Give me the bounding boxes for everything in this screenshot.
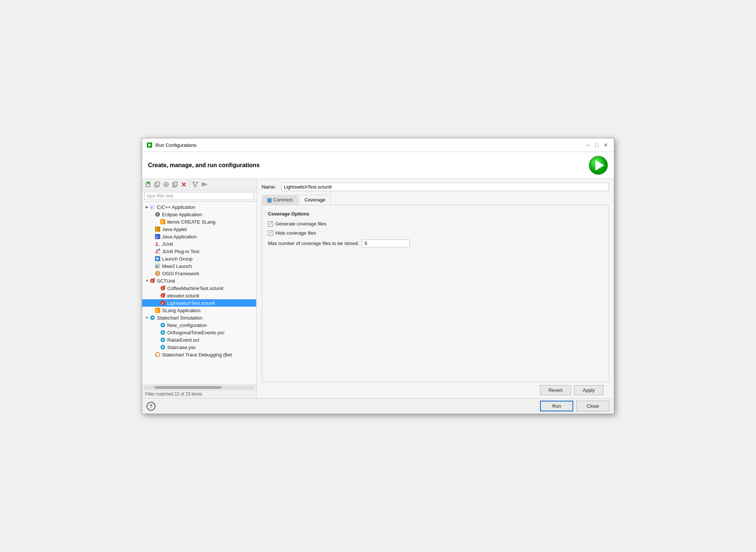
tree-item-mwe2[interactable]: ▶ M Mwe2 Launch <box>142 262 256 270</box>
tree-item-launch-group[interactable]: ▶ Launch Group <box>142 255 256 262</box>
max-coverage-input[interactable] <box>362 239 410 247</box>
svg-rect-21 <box>202 185 205 186</box>
max-coverage-row: Max number of coverage files to be store… <box>268 239 602 247</box>
tree-item-slang[interactable]: ▶ S SLang Application <box>142 307 256 314</box>
run-configurations-dialog: Run Configurations ─ □ ✕ Create, manage,… <box>142 138 614 414</box>
expand-cpp[interactable]: ▶ <box>144 205 150 209</box>
tree-item-ortho[interactable]: ▶ OrthogonalTimeEvents.ysc <box>142 329 256 336</box>
new-proto-button[interactable] <box>162 180 170 189</box>
tree-item-lightswitch[interactable]: ▶ S LightswitchTest.sctunit <box>142 299 256 307</box>
sctunit-label: SCTUnit <box>157 278 175 284</box>
ortho-label: OrthogonalTimeEvents.ysc <box>167 330 225 335</box>
tree-item-coffee[interactable]: ▶ S CoffeeMachineTest.sctunit <box>142 284 256 292</box>
tree-item-raise[interactable]: ▶ RaiseEvent.sct <box>142 336 256 344</box>
tree-item-new-config[interactable]: ▶ New_configuration <box>142 321 256 329</box>
hide-coverage-checkbox[interactable] <box>268 231 273 236</box>
name-input[interactable] <box>281 183 609 191</box>
tab-coverage[interactable]: Coverage <box>299 195 331 205</box>
trace-label: Statechart Trace Debugging (Bet <box>162 352 232 358</box>
filter-input[interactable] <box>144 192 254 200</box>
tree-item-itemis[interactable]: ▶ S itemis CREATE SLang <box>142 218 256 225</box>
svg-text:S: S <box>161 301 164 305</box>
help-button[interactable]: ? <box>147 402 155 411</box>
coffee-icon: S <box>160 285 166 291</box>
staircase-label: Staircase.ysc <box>167 345 196 350</box>
itemis-icon: S <box>160 219 166 225</box>
tree-item-eclipse[interactable]: ▶ Eclipse Application <box>142 211 256 218</box>
run-button[interactable]: Run <box>540 401 573 411</box>
tree-item-java-app[interactable]: ▶ J Java Application <box>142 233 256 240</box>
tree-item-staircase[interactable]: ▶ Staircase.ysc <box>142 344 256 351</box>
tree-item-java-applet[interactable]: ▶ J Java Applet <box>142 225 256 233</box>
close-button[interactable]: ✕ <box>602 141 609 149</box>
expand-sim[interactable]: ▼ <box>144 316 150 320</box>
close-button[interactable]: Close <box>576 401 609 411</box>
coverage-section-title: Coverage Options <box>268 211 602 217</box>
eclipse-icon <box>155 211 161 217</box>
tab-common[interactable]: Common <box>262 195 298 205</box>
title-bar: Run Configurations ─ □ ✕ <box>142 138 614 152</box>
mwe2-label: Mwe2 Launch <box>162 263 192 269</box>
svg-text:S: S <box>161 294 164 298</box>
elevator-icon: S <box>160 293 166 299</box>
tabs: Common Coverage <box>262 195 609 205</box>
java-app-icon: J <box>155 234 161 239</box>
expand-sctunit[interactable]: ▼ <box>144 279 150 283</box>
svg-point-26 <box>157 213 159 216</box>
osgi-icon <box>155 270 161 276</box>
delete-button[interactable] <box>180 180 188 189</box>
sim-icon <box>150 315 155 321</box>
osgi-label: OSGi Framework <box>162 271 199 276</box>
horizontal-scrollbar[interactable] <box>144 386 255 389</box>
minimize-button[interactable]: ─ <box>584 141 592 149</box>
title-bar-controls: ─ □ ✕ <box>584 141 609 149</box>
generate-coverage-label: Generate coverage files <box>275 221 326 227</box>
eclipse-label: Eclipse Application <box>162 212 202 217</box>
tab-common-icon <box>267 198 272 203</box>
tree-item-cpp[interactable]: ▶ C C/C++ Application <box>142 203 256 211</box>
name-row: Name: <box>262 183 609 191</box>
action-buttons-area: Revert Apply <box>262 382 609 398</box>
sim-label: Statechart Simulation <box>157 315 203 321</box>
filter-status: Filter matched 22 of 23 items <box>142 390 256 398</box>
maximize-button[interactable]: □ <box>593 141 601 149</box>
java-applet-label: Java Applet <box>162 227 187 232</box>
svg-text:S: S <box>156 309 158 313</box>
junit-plugin-label: JUnit Plug-in Test <box>162 249 199 254</box>
tree-item-osgi[interactable]: ▶ OSGi Framework <box>142 270 256 277</box>
mwe2-icon: M <box>155 263 161 269</box>
new-config-button[interactable] <box>144 180 152 189</box>
svg-marker-22 <box>206 183 207 186</box>
duplicate-button[interactable] <box>153 180 161 189</box>
tree-item-elevator[interactable]: ▶ S elevator.sctunit <box>142 292 256 299</box>
cpp-label: C/C++ Application <box>157 204 195 210</box>
max-coverage-label: Max number of coverage files to be store… <box>268 241 359 246</box>
tree-item-junit-plugin[interactable]: ▶ J u P JUnit Plug-in Test <box>142 248 256 255</box>
itemis-label: itemis CREATE SLang <box>167 219 216 225</box>
svg-text:S: S <box>161 220 163 224</box>
coffee-label: CoffeeMachineTest.sctunit <box>167 286 223 291</box>
slang-icon: S <box>155 307 161 313</box>
filter-button[interactable] <box>191 180 199 189</box>
new-config-label: New_configuration <box>167 322 207 328</box>
new-config-icon <box>160 322 166 328</box>
svg-rect-20 <box>202 184 205 185</box>
tree-item-junit[interactable]: ▶ J u JUnit <box>142 240 256 248</box>
revert-button[interactable]: Revert <box>540 385 571 395</box>
generate-coverage-checkbox[interactable] <box>268 221 273 227</box>
copy-button[interactable] <box>171 180 179 189</box>
left-toolbar <box>142 179 256 190</box>
cpp-icon: C <box>150 204 155 210</box>
tree-item-sctunit[interactable]: ▼ S SCTUnit <box>142 277 256 284</box>
right-panel: Name: Common Coverage Coverage Options G… <box>257 179 614 398</box>
tree-item-sim[interactable]: ▼ Statechart Simulation <box>142 314 256 321</box>
lightswitch-label: LightswitchTest.sctunit <box>167 300 215 306</box>
ortho-icon <box>160 330 166 335</box>
tree-container[interactable]: ▶ C C/C++ Application ▶ <box>142 202 256 384</box>
horizontal-scrollbar-area <box>142 384 256 390</box>
tree-item-trace[interactable]: ▶ i Statechart Trace Debugging (Bet <box>142 351 256 358</box>
raise-icon <box>160 337 166 343</box>
apply-button[interactable]: Apply <box>574 385 604 395</box>
view-menu-button[interactable] <box>200 180 208 189</box>
hide-coverage-row: Hide coverage files <box>268 230 602 236</box>
